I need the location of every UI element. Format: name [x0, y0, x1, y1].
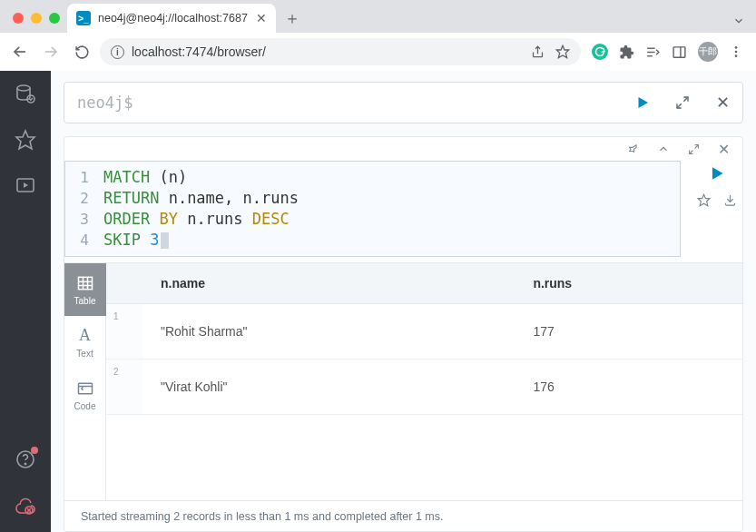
favorite-query-icon[interactable]	[697, 193, 711, 207]
nav-back-button[interactable]	[7, 39, 33, 64]
nav-forward-button	[38, 39, 64, 64]
table-row: 1 "Rohit Sharma" 177	[106, 304, 742, 360]
expand-frame-icon[interactable]	[688, 143, 700, 155]
bookmark-star-icon[interactable]	[555, 44, 570, 59]
share-icon[interactable]	[531, 45, 545, 59]
svg-line-26	[690, 150, 693, 153]
view-tab-table[interactable]: Table	[64, 263, 106, 316]
col-header-runs: n.runs	[515, 263, 742, 304]
address-bar[interactable]: i localhost:7474/browser/	[100, 38, 581, 65]
close-frame-icon[interactable]: ✕	[718, 141, 730, 158]
pin-icon[interactable]	[626, 143, 639, 155]
status-bar: Started streaming 2 records in less than…	[64, 500, 742, 531]
code-icon	[76, 379, 94, 398]
code-area[interactable]: MATCH (n) RETURN n.name, n.runs ORDER BY…	[96, 162, 680, 256]
col-header-name: n.name	[142, 263, 515, 304]
cell-runs: 176	[515, 360, 742, 415]
cell-name: "Rohit Sharma"	[142, 304, 515, 360]
svg-marker-22	[639, 97, 649, 108]
profile-avatar[interactable]: 千郎	[698, 42, 718, 62]
svg-marker-27	[712, 167, 723, 179]
extensions-icon[interactable]	[619, 44, 634, 60]
rail-guides-icon[interactable]	[15, 174, 36, 196]
table-icon	[76, 274, 94, 292]
results-table: n.name n.runs 1 "Rohit Sharma" 177	[106, 263, 742, 500]
svg-point-12	[17, 85, 30, 91]
svg-marker-16	[24, 182, 28, 188]
tab-overflow-icon[interactable]	[732, 15, 745, 27]
table-row: 2 "Virat Kohli" 176	[106, 360, 742, 415]
text-icon: A	[79, 326, 91, 345]
collapse-icon[interactable]	[657, 143, 670, 155]
window-min-dot[interactable]	[31, 13, 42, 24]
result-frame: ✕ 1234 MATCH (n) RETURN n.name, n.runs O…	[64, 136, 743, 532]
reading-list-icon[interactable]	[645, 44, 661, 60]
svg-marker-14	[16, 131, 34, 149]
close-editor-button[interactable]: ✕	[702, 93, 742, 113]
rail-database-icon[interactable]	[15, 84, 36, 105]
svg-rect-7	[673, 46, 685, 56]
rail-help-icon[interactable]	[15, 448, 36, 470]
view-tab-code[interactable]: Code	[64, 369, 106, 421]
neo4j-favicon: >_	[76, 11, 91, 25]
svg-line-23	[683, 97, 688, 102]
svg-marker-28	[698, 194, 710, 206]
window-max-dot[interactable]	[49, 13, 60, 24]
view-tab-text[interactable]: A Text	[64, 316, 106, 369]
query-editor[interactable]: 1234 MATCH (n) RETURN n.name, n.runs ORD…	[64, 161, 681, 257]
rerun-button[interactable]	[708, 164, 726, 182]
browser-tab[interactable]: >_ neo4j@neo4j://localhost:7687 ✕	[67, 4, 276, 33]
chrome-menu-icon[interactable]	[729, 44, 743, 59]
tab-title: neo4j@neo4j://localhost:7687	[98, 12, 248, 25]
rail-favorites-icon[interactable]	[15, 129, 36, 151]
cell-name: "Virat Kohli"	[142, 360, 515, 415]
notification-dot	[31, 447, 38, 454]
side-panel-icon[interactable]	[672, 44, 687, 60]
svg-point-9	[735, 46, 738, 49]
svg-point-18	[25, 463, 25, 464]
svg-line-25	[695, 144, 699, 148]
svg-rect-34	[78, 383, 92, 394]
grammarly-ext-icon[interactable]	[592, 44, 608, 60]
svg-point-11	[735, 54, 738, 57]
site-info-icon[interactable]: i	[111, 45, 124, 59]
url-text: localhost:7474/browser/	[132, 44, 266, 59]
svg-marker-3	[556, 45, 568, 57]
svg-line-24	[677, 103, 682, 108]
svg-rect-29	[78, 277, 92, 289]
prompt-text: neo4j$	[77, 94, 133, 112]
svg-point-10	[735, 51, 738, 54]
nav-reload-button[interactable]	[69, 39, 94, 64]
new-tab-button[interactable]: ＋	[280, 5, 305, 31]
tab-close-icon[interactable]: ✕	[256, 11, 267, 25]
run-query-button[interactable]	[623, 94, 663, 111]
cypher-input[interactable]: neo4j$	[64, 94, 623, 112]
fullscreen-editor-button[interactable]	[663, 95, 702, 110]
rail-cloud-icon[interactable]	[15, 494, 36, 516]
cell-runs: 177	[515, 304, 742, 360]
export-icon[interactable]	[723, 193, 737, 207]
line-gutter: 1234	[65, 162, 96, 256]
text-cursor	[161, 232, 169, 249]
window-close-dot[interactable]	[13, 13, 24, 24]
command-bar: neo4j$ ✕	[64, 82, 743, 123]
